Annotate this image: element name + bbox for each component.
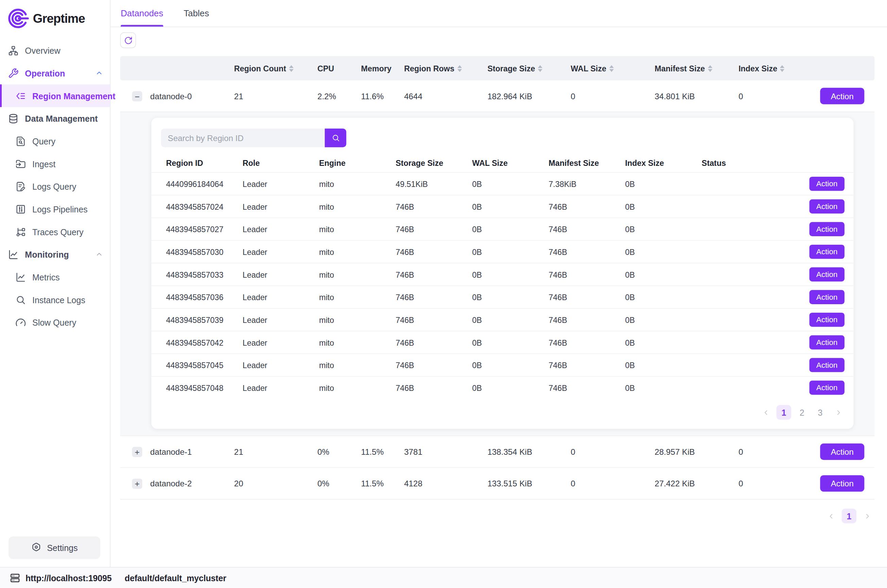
cell-region-id: 4483945857039 bbox=[166, 315, 242, 324]
cell-wal-size: 0 bbox=[565, 92, 649, 100]
page-button-3[interactable]: 3 bbox=[813, 405, 827, 420]
datanode-action-button[interactable]: Action bbox=[820, 444, 864, 460]
cell-region-id: 4483945857042 bbox=[166, 338, 242, 347]
content-area: Region CountCPUMemoryRegion RowsStorage … bbox=[111, 27, 887, 567]
cell-index-size: 0B bbox=[625, 338, 702, 347]
cell-region-id: 4483945857030 bbox=[166, 247, 242, 256]
chevron-up-icon bbox=[95, 250, 103, 258]
cell-region-id: 4483945857033 bbox=[166, 270, 242, 279]
column-label: CPU bbox=[317, 63, 334, 73]
column-header-index-size[interactable]: Index Size bbox=[733, 63, 791, 73]
next-page-button[interactable] bbox=[831, 405, 845, 420]
sort-icon[interactable] bbox=[538, 65, 543, 72]
region-action-button[interactable]: Action bbox=[809, 267, 845, 282]
column-label: Region Count bbox=[234, 63, 286, 73]
sidebar-item-operation[interactable]: Operation bbox=[0, 62, 110, 85]
sort-icon[interactable] bbox=[708, 65, 712, 72]
sidebar-item-label: Instance Logs bbox=[32, 295, 103, 304]
cell-index-size: 0B bbox=[625, 179, 702, 188]
cell-index-size: 0B bbox=[625, 247, 702, 256]
prev-page-button[interactable] bbox=[758, 405, 773, 420]
region-action-button[interactable]: Action bbox=[809, 177, 845, 191]
region-action-button[interactable]: Action bbox=[809, 245, 845, 259]
region-action-button[interactable]: Action bbox=[809, 313, 845, 327]
sidebar-item-logs-pipelines[interactable]: Logs Pipelines bbox=[0, 198, 110, 220]
region-search-input[interactable] bbox=[161, 129, 325, 147]
cell-region-id: 4440996184064 bbox=[166, 179, 242, 188]
column-header-region-rows[interactable]: Region Rows bbox=[398, 63, 482, 73]
server-icon bbox=[9, 572, 20, 583]
cell-wal-size: 0B bbox=[472, 315, 549, 324]
chevron-up-icon bbox=[95, 69, 103, 77]
cell-memory: 11.5% bbox=[355, 447, 398, 456]
datanode-action-button[interactable]: Action bbox=[820, 475, 864, 492]
region-action-button[interactable]: Action bbox=[809, 200, 845, 214]
region-panel: Region IDRoleEngineStorage SizeWAL SizeM… bbox=[120, 112, 874, 436]
column-label: Region Rows bbox=[404, 63, 454, 73]
sidebar-item-ingest[interactable]: Ingest bbox=[0, 152, 110, 175]
tab-datanodes[interactable]: Datanodes bbox=[121, 0, 163, 27]
expand-toggle-button[interactable]: + bbox=[132, 447, 142, 457]
refresh-button[interactable] bbox=[120, 32, 136, 48]
sort-icon[interactable] bbox=[780, 65, 785, 72]
sort-icon[interactable] bbox=[609, 65, 613, 72]
region-action-button[interactable]: Action bbox=[809, 336, 845, 350]
page-button-1[interactable]: 1 bbox=[776, 405, 791, 420]
region-action-button[interactable]: Action bbox=[809, 358, 845, 372]
region-column-header-engine: Engine bbox=[319, 158, 395, 168]
sidebar-item-data-management[interactable]: Data Management bbox=[0, 107, 110, 130]
sort-icon[interactable] bbox=[289, 65, 293, 72]
region-card: Region IDRoleEngineStorage SizeWAL SizeM… bbox=[151, 118, 854, 429]
cell-manifest-size: 746B bbox=[549, 270, 625, 279]
datanode-action-button[interactable]: Action bbox=[820, 88, 864, 104]
region-action-button[interactable]: Action bbox=[809, 222, 845, 236]
cell-storage-size: 746B bbox=[395, 292, 472, 302]
datanodes-table-body: − datanode-0 21 2.2% 11.6% 4644 182.964 … bbox=[120, 81, 874, 500]
page-button-2[interactable]: 2 bbox=[794, 405, 809, 420]
sidebar-item-monitoring[interactable]: Monitoring bbox=[0, 243, 110, 266]
cell-index-size: 0 bbox=[733, 479, 791, 488]
region-search-button[interactable] bbox=[325, 129, 346, 147]
column-header-memory: Memory bbox=[355, 63, 398, 73]
page-button-1[interactable]: 1 bbox=[842, 508, 856, 523]
chart-line-icon bbox=[15, 272, 26, 282]
cluster-name: default/default_mycluster bbox=[125, 573, 227, 582]
sidebar-item-logs-query[interactable]: Logs Query bbox=[0, 175, 110, 198]
expand-toggle-button[interactable]: − bbox=[132, 91, 142, 101]
sidebar-item-query[interactable]: Query bbox=[0, 130, 110, 153]
column-header-region-count[interactable]: Region Count bbox=[229, 63, 312, 73]
cell-storage-size: 138.354 KiB bbox=[482, 447, 565, 456]
cell-index-size: 0B bbox=[625, 383, 702, 392]
cell-manifest-size: 746B bbox=[549, 383, 625, 392]
cell-role: Leader bbox=[242, 338, 319, 347]
column-header-wal-size[interactable]: WAL Size bbox=[565, 63, 649, 73]
prev-page-button[interactable] bbox=[823, 508, 838, 523]
sidebar-item-metrics[interactable]: Metrics bbox=[0, 266, 110, 288]
next-page-button[interactable] bbox=[860, 508, 874, 523]
cell-index-size: 0 bbox=[733, 92, 791, 100]
column-header-manifest-size[interactable]: Manifest Size bbox=[649, 63, 733, 73]
tab-tables[interactable]: Tables bbox=[183, 0, 209, 27]
column-header-storage-size[interactable]: Storage Size bbox=[482, 63, 565, 73]
sidebar-item-slow-query[interactable]: Slow Query bbox=[0, 311, 110, 334]
region-management-icon bbox=[15, 90, 26, 101]
sidebar-item-region-management[interactable]: Region Management bbox=[0, 84, 110, 107]
region-action-button[interactable]: Action bbox=[809, 381, 845, 395]
brand-logo[interactable]: Greptime bbox=[0, 0, 110, 39]
sidebar-item-traces-query[interactable]: Traces Query bbox=[0, 220, 110, 243]
region-action-button[interactable]: Action bbox=[809, 290, 845, 304]
region-column-header-index-size: Index Size bbox=[625, 158, 702, 168]
sidebar-item-instance-logs[interactable]: Instance Logs bbox=[0, 288, 110, 311]
region-table-body: 4440996184064 Leader mito 49.51KiB 0B 7.… bbox=[151, 172, 854, 399]
cell-index-size: 0B bbox=[625, 361, 702, 370]
region-table-header: Region IDRoleEngineStorage SizeWAL SizeM… bbox=[151, 154, 854, 172]
settings-button[interactable]: Settings bbox=[9, 536, 100, 559]
cell-manifest-size: 746B bbox=[549, 202, 625, 211]
sidebar-item-label: Operation bbox=[25, 68, 89, 78]
cell-wal-size: 0B bbox=[472, 338, 549, 347]
sidebar-item-overview[interactable]: Overview bbox=[0, 39, 110, 62]
sort-icon[interactable] bbox=[457, 65, 462, 72]
expand-toggle-button[interactable]: + bbox=[132, 478, 142, 488]
datanodes-table: Region CountCPUMemoryRegion RowsStorage … bbox=[120, 56, 874, 500]
cell-wal-size: 0B bbox=[472, 179, 549, 188]
